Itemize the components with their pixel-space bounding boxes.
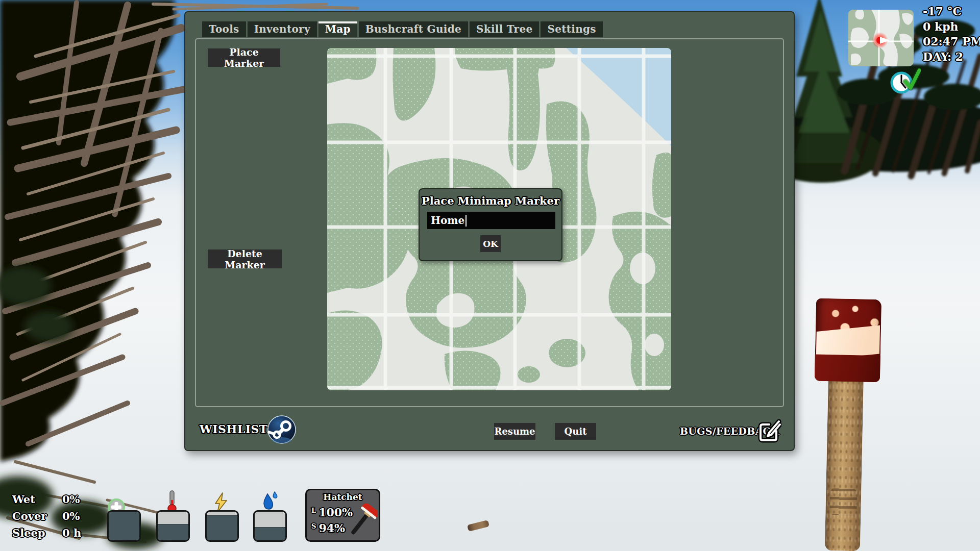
place-marker-button[interactable]: Place Marker [208, 48, 280, 67]
stat-label: Sleep [12, 527, 62, 539]
weather-hud: -17 °C 0 kph 02:47 PM DAY: 2 [923, 4, 980, 64]
speed-readout: 0 kph [923, 19, 980, 34]
tab-settings[interactable]: Settings [541, 21, 602, 37]
hydration-drop-icon [260, 491, 280, 512]
tab-tools[interactable]: Tools [202, 21, 246, 37]
hatchet-icon [346, 504, 378, 539]
time-readout: 02:47 PM [923, 34, 980, 49]
dialog-title: Place Minimap Marker [420, 194, 561, 207]
status-slot-energy [205, 489, 239, 542]
stat-row-sleep: Sleep0 h [12, 527, 81, 543]
condition-stats: Wet0% Cover0% Sleep0 h [12, 493, 81, 543]
tool-sharpness-row: S 94% [311, 521, 345, 535]
stat-row-cover: Cover0% [12, 510, 81, 527]
health-bar [107, 510, 141, 542]
equipped-tool-panel: Hatchet L 100% S 94% [305, 489, 380, 542]
text-caret [465, 215, 467, 227]
tool-stat-value: 94% [318, 521, 345, 535]
pause-menu-panel: Tools Inventory Map Bushcraft Guide Skil… [184, 11, 795, 451]
place-marker-dialog: Place Minimap Marker Home OK [419, 188, 562, 261]
hatchet-head [815, 298, 881, 382]
ok-button[interactable]: OK [480, 235, 501, 252]
wishlist-label: WISHLIST! [200, 422, 273, 436]
hydration-bar [253, 510, 287, 542]
status-slot-warmth [156, 489, 190, 542]
minimap [848, 10, 914, 66]
warmth-bar [156, 510, 190, 542]
marker-name-value: Home [431, 214, 464, 227]
stat-label: Wet [12, 493, 62, 506]
stat-value: 0% [62, 493, 80, 506]
marker-name-input[interactable]: Home [427, 212, 555, 229]
status-slot-health [107, 489, 141, 542]
menu-tab-bar: Tools Inventory Map Bushcraft Guide Skil… [202, 21, 603, 37]
stat-row-wet: Wet0% [12, 493, 81, 510]
steam-icon[interactable] [267, 415, 297, 444]
hatchet-handle [825, 369, 864, 551]
feedback-edit-icon[interactable] [757, 418, 781, 443]
temperature-readout: -17 °C [923, 4, 980, 19]
game-screen: Tools Inventory Map Bushcraft Guide Skil… [0, 0, 980, 551]
tool-stat-letter: L [311, 507, 316, 514]
clock-check-icon [887, 65, 921, 97]
delete-marker-button[interactable]: Delete Marker [208, 249, 282, 268]
stat-value: 0 h [62, 527, 81, 539]
stat-value: 0% [62, 510, 80, 522]
resume-button[interactable]: Resume [494, 423, 535, 440]
tab-map[interactable]: Map [318, 21, 357, 37]
tab-bushcraft-guide[interactable]: Bushcraft Guide [359, 21, 468, 37]
tab-inventory[interactable]: Inventory [248, 21, 317, 37]
first-person-hatchet [811, 298, 893, 551]
hatchet-head-base [815, 354, 880, 382]
energy-bar [205, 510, 239, 542]
quit-button[interactable]: Quit [555, 423, 596, 440]
stat-label: Cover [12, 510, 62, 522]
stick-on-snow [467, 520, 489, 532]
tool-stat-letter: S [311, 522, 316, 530]
status-slot-hydration [253, 489, 287, 542]
tab-skill-tree[interactable]: Skill Tree [470, 21, 539, 37]
tool-name: Hatchet [307, 492, 379, 502]
day-readout: DAY: 2 [923, 49, 980, 64]
